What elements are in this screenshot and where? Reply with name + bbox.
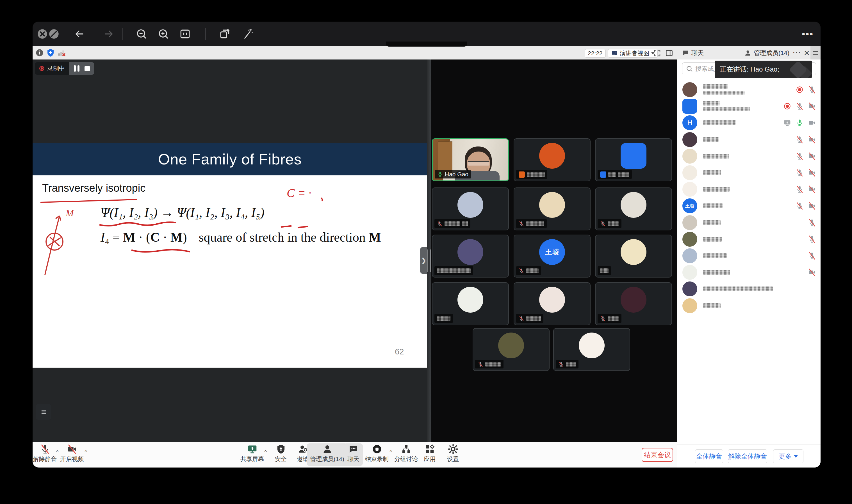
video-tile[interactable] xyxy=(514,187,591,230)
tile-name-label xyxy=(516,314,543,323)
member-avatar xyxy=(682,215,697,230)
member-row[interactable] xyxy=(677,181,820,198)
redacted-name xyxy=(608,221,619,226)
member-row[interactable] xyxy=(677,148,820,164)
view-mode-dropdown[interactable]: 演讲者视图 xyxy=(608,49,658,57)
record-icon xyxy=(796,86,804,94)
info-icon[interactable] xyxy=(35,49,44,58)
video-tile[interactable] xyxy=(473,328,550,371)
pause-recording-button[interactable] xyxy=(74,66,80,72)
mic-off-icon xyxy=(519,316,524,321)
magic-wand-icon[interactable] xyxy=(239,22,255,46)
thumbnail-list-toggle[interactable] xyxy=(36,404,51,420)
stop-recording-button[interactable] xyxy=(85,66,90,71)
shield-plus-icon[interactable] xyxy=(46,48,55,58)
settings-gear-icon xyxy=(448,444,458,454)
tile-name-label xyxy=(475,360,504,368)
members-person-icon xyxy=(322,444,332,454)
list-icon xyxy=(39,408,48,416)
divider-drag-handle-icon[interactable] xyxy=(428,250,431,272)
redacted-name xyxy=(526,221,544,226)
mic-off-icon xyxy=(478,361,483,367)
member-status-icons xyxy=(808,214,816,231)
fit-box-icon[interactable] xyxy=(177,22,193,46)
settings-button[interactable]: 设置 xyxy=(436,444,470,463)
member-avatar xyxy=(682,265,697,280)
network-error-icon[interactable] xyxy=(57,49,66,59)
mic-off-icon xyxy=(558,361,564,367)
unmute-all-button[interactable]: 解除全体静音 xyxy=(728,449,767,463)
panel-menu-strip[interactable] xyxy=(811,46,820,59)
participant-avatar xyxy=(621,192,646,218)
mute-all-button[interactable]: 全体静音 xyxy=(695,449,723,463)
video-tile[interactable]: 王璇 xyxy=(514,235,591,277)
panel-close-icon[interactable]: ✕ xyxy=(804,49,810,57)
video-tile-self[interactable]: Hao Gao xyxy=(432,138,509,181)
video-tile[interactable] xyxy=(432,187,509,230)
redacted-name xyxy=(445,221,460,226)
collapse-panel-handle[interactable]: ❯ xyxy=(420,247,427,274)
video-tile[interactable] xyxy=(595,138,672,181)
tile-name-label xyxy=(516,170,547,179)
security-shield-icon xyxy=(276,444,286,454)
fullscreen-icon[interactable] xyxy=(653,49,661,58)
record-icon xyxy=(783,102,792,110)
member-row[interactable] xyxy=(677,214,820,231)
member-status-icons xyxy=(796,148,816,164)
video-tile[interactable] xyxy=(595,282,672,325)
video-tile[interactable] xyxy=(514,138,591,181)
member-row[interactable] xyxy=(677,131,820,148)
panel-more-icon[interactable]: ⋯ xyxy=(793,48,801,57)
mic-off-icon xyxy=(808,219,816,227)
mic-off-icon xyxy=(796,152,804,160)
tile-name-label xyxy=(434,219,470,228)
redacted-member-name xyxy=(703,170,721,175)
rotate-icon[interactable] xyxy=(217,22,232,46)
back-arrow-icon[interactable] xyxy=(72,22,87,46)
start-video-options-chevron[interactable]: ⌃ xyxy=(84,449,88,456)
member-row[interactable] xyxy=(677,298,820,314)
video-tile[interactable] xyxy=(432,235,509,277)
block-circle-icon[interactable] xyxy=(46,22,62,46)
more-button[interactable]: 更多 xyxy=(773,449,803,463)
redacted-name xyxy=(608,316,619,321)
slide-formula-1: Ψ(I₁, I₂, I₃) → Ψ(I₁, I₂, I₃, I₄, I₅) xyxy=(101,205,264,220)
video-tile[interactable] xyxy=(553,328,630,371)
tile-name-label xyxy=(434,314,453,323)
zoom-out-icon[interactable] xyxy=(134,22,150,46)
tile-name-label xyxy=(556,360,578,368)
member-row[interactable] xyxy=(677,98,820,114)
cam-off-icon xyxy=(808,202,816,210)
member-row[interactable] xyxy=(677,248,820,264)
member-row[interactable] xyxy=(677,82,820,98)
redacted-member-name xyxy=(703,203,723,208)
video-tile[interactable] xyxy=(595,187,672,230)
member-row[interactable] xyxy=(677,281,820,297)
member-row[interactable] xyxy=(677,164,820,181)
zoom-in-icon[interactable] xyxy=(156,22,171,46)
tab-chat[interactable]: 聊天 xyxy=(682,46,704,59)
side-panel-icon[interactable] xyxy=(665,49,673,58)
participants-panel: 正在讲话: Hao Gao; H王璇 全体静音解除全体静音更多 xyxy=(677,59,820,468)
meeting-topbar: 22:22 演讲者视图 聊天 管理成员(14) ⋯ ✕ xyxy=(33,46,820,59)
tab-members[interactable]: 管理成员(14) xyxy=(744,46,789,59)
mic-off-icon xyxy=(40,444,50,454)
viewer-more-icon[interactable]: ••• xyxy=(800,22,816,46)
member-avatar xyxy=(682,132,697,147)
member-row[interactable]: 王璇 xyxy=(677,198,820,214)
redacted-member-name xyxy=(703,137,719,142)
presentation-slide: One Family of Fibres Transversely isotro… xyxy=(33,143,427,367)
video-tile[interactable] xyxy=(595,235,672,277)
member-avatar xyxy=(682,232,697,247)
member-row[interactable]: H xyxy=(677,114,820,131)
member-row[interactable] xyxy=(677,264,820,281)
mic-off-icon xyxy=(519,221,524,227)
forward-arrow-icon xyxy=(101,22,117,46)
video-tile[interactable] xyxy=(432,282,509,325)
video-tile[interactable] xyxy=(514,282,591,325)
member-row[interactable] xyxy=(677,231,820,248)
speaking-banner: 正在讲话: Hao Gao; xyxy=(715,60,812,78)
redacted-member-detail xyxy=(703,91,745,94)
end-meeting-button[interactable]: 结束会议 xyxy=(642,448,673,462)
tile-name-label xyxy=(516,266,541,275)
